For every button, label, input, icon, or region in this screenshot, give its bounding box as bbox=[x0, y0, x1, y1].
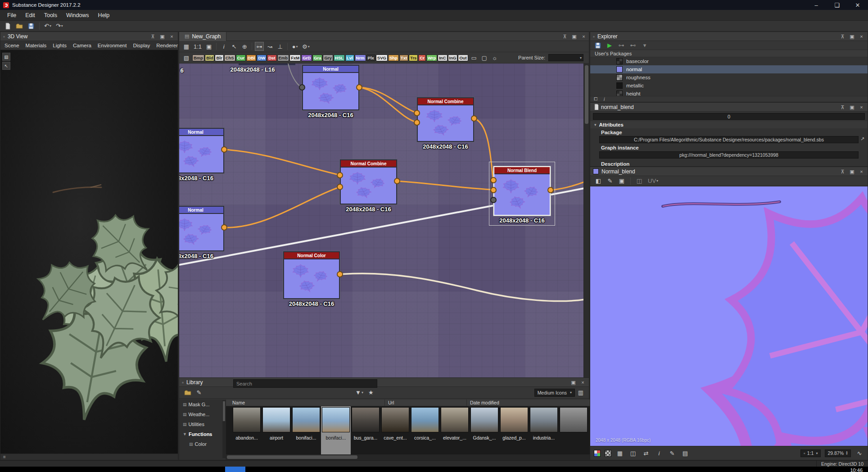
filter-icon[interactable]: ▼▾ bbox=[354, 388, 365, 397]
library-item[interactable]: Gdansk_... bbox=[470, 407, 498, 440]
menu-item[interactable]: File bbox=[3, 11, 21, 20]
library-category[interactable]: ▤Utilities bbox=[179, 419, 226, 429]
tiles-icon[interactable]: ◫ bbox=[628, 449, 637, 458]
play-icon[interactable]: ▶ bbox=[605, 41, 614, 50]
filter-tag-Dst[interactable]: Dst bbox=[267, 54, 276, 61]
3d-menu-item[interactable]: Materials bbox=[23, 42, 50, 49]
close-panel-icon[interactable]: × bbox=[580, 33, 587, 40]
user-packages-group[interactable]: User's Packages bbox=[590, 50, 868, 57]
frame-icon[interactable]: ▢ bbox=[480, 53, 489, 62]
view-mode-dropdown[interactable]: Medium Icons▾ bbox=[534, 389, 575, 397]
uv-dropdown[interactable]: UV▾ bbox=[646, 177, 660, 186]
vertical-links-icon[interactable]: ⊥ bbox=[276, 42, 285, 51]
package-output-roughness[interactable]: roughness bbox=[590, 73, 868, 82]
library-thumbnail[interactable] bbox=[352, 407, 380, 432]
save-package-icon[interactable] bbox=[593, 41, 602, 50]
filter-tag-Gry[interactable]: Gry bbox=[323, 54, 333, 61]
open-file-icon[interactable] bbox=[14, 22, 24, 31]
minimize-button[interactable]: – bbox=[806, 0, 827, 10]
library-item-name[interactable]: elevator_... bbox=[441, 435, 469, 440]
filter-tag-Cr[interactable]: Cr bbox=[418, 54, 426, 61]
graph-node[interactable]: Normal Combine bbox=[340, 159, 397, 204]
filter-tag-HSL[interactable]: HSL bbox=[334, 54, 345, 61]
filter-tag-DBl[interactable]: DBl bbox=[246, 54, 256, 61]
open-package-icon[interactable]: ↗ bbox=[860, 136, 864, 142]
library-thumbnail[interactable] bbox=[411, 407, 439, 432]
graph-instance-field[interactable]: pkg:///normal_blend?dependency=132105399… bbox=[599, 151, 859, 159]
channels-icon[interactable] bbox=[594, 450, 601, 457]
filter-tag-Gra[interactable]: Gra bbox=[312, 54, 322, 61]
library-category[interactable]: ▤Mask G... bbox=[179, 399, 226, 409]
library-category[interactable]: ▼Functions bbox=[179, 429, 226, 439]
package-path-field[interactable]: C:/Program Files/Allegorithmic/Substance… bbox=[599, 136, 859, 143]
tiling-icon[interactable]: ◫ bbox=[635, 177, 644, 186]
filter-tag-FxM[interactable]: FxM bbox=[289, 54, 301, 61]
3d-menu-item[interactable]: Display bbox=[130, 42, 153, 49]
3d-menu-item[interactable]: Camera bbox=[70, 42, 95, 49]
library-thumbnail[interactable] bbox=[560, 407, 588, 432]
library-item-name[interactable]: glazed_p... bbox=[500, 435, 528, 440]
scene-tree-icon[interactable]: ≡ bbox=[3, 454, 6, 459]
close-panel-icon[interactable]: × bbox=[579, 379, 586, 386]
library-thumbnail[interactable] bbox=[262, 407, 290, 432]
filter-tag-Trs[interactable]: Trs bbox=[409, 54, 418, 61]
attributes-section-header[interactable]: ▾ Attributes bbox=[590, 121, 868, 128]
graph-canvas[interactable]: Normal2048x2048 - C16Normal Combine2048x… bbox=[179, 64, 584, 378]
3d-menu-item[interactable]: Environment bbox=[95, 42, 130, 49]
library-item-name[interactable]: corsica_... bbox=[411, 435, 439, 440]
library-item-name[interactable]: bonifaci... bbox=[292, 435, 320, 440]
menu-item[interactable]: Windows bbox=[62, 11, 94, 20]
library-thumbnail[interactable] bbox=[500, 407, 528, 432]
library-item[interactable]: elevator_... bbox=[441, 407, 469, 440]
library-item-name[interactable]: cave_ent... bbox=[381, 435, 409, 440]
info-icon[interactable]: i bbox=[219, 42, 228, 51]
library-thumbnail[interactable] bbox=[233, 407, 261, 432]
engine-settings-icon[interactable]: ⚙▾ bbox=[301, 42, 311, 51]
graph-node[interactable]: Normal bbox=[179, 206, 224, 251]
category-scrollbar[interactable] bbox=[222, 400, 226, 458]
graph-node[interactable]: Normal Color bbox=[283, 251, 340, 299]
display-icon[interactable]: ▤ bbox=[681, 449, 690, 458]
library-item[interactable]: industria... bbox=[530, 407, 558, 440]
snap-grid-icon[interactable]: ▦ bbox=[182, 42, 191, 51]
graph-tab[interactable]: ▤ New_Graph bbox=[179, 32, 226, 41]
new-document-icon[interactable] bbox=[3, 22, 13, 31]
2d-texture-canvas[interactable]: 2048 x 2048 (RGBA 16bpc) bbox=[590, 186, 868, 446]
library-item[interactable]: glazed_p... bbox=[500, 407, 528, 440]
column-url[interactable]: Url bbox=[388, 400, 394, 405]
3d-menu-item[interactable]: Lights bbox=[50, 42, 70, 49]
graph-node[interactable]: Normal Blend bbox=[493, 166, 551, 216]
library-item[interactable]: cave_ent... bbox=[381, 407, 409, 440]
pin-icon[interactable]: ⊼ bbox=[839, 33, 846, 40]
library-item[interactable]: bus_gara... bbox=[352, 407, 380, 440]
library-item-name[interactable]: bus_gara... bbox=[352, 435, 380, 440]
filter-tag-Blr[interactable]: Blr bbox=[215, 54, 223, 61]
library-thumbnail[interactable] bbox=[530, 407, 558, 432]
filter-tag-Txt[interactable]: Txt bbox=[399, 54, 408, 61]
column-name[interactable]: Name bbox=[232, 400, 245, 405]
alpha-checker-icon[interactable] bbox=[605, 450, 611, 457]
favorites-star-icon[interactable]: ★ bbox=[366, 388, 375, 397]
library-item-name[interactable]: Gdansk_... bbox=[470, 435, 498, 440]
viewport-display-icon[interactable]: ▧ bbox=[2, 53, 10, 61]
filter-tag-ChS[interactable]: ChS bbox=[224, 54, 235, 61]
filter-tag-Out[interactable]: Out bbox=[458, 54, 468, 61]
menu-item[interactable]: Edit bbox=[21, 11, 40, 20]
library-category[interactable]: ▤Weathe... bbox=[179, 409, 226, 419]
filter-tag-Bld[interactable]: Bld bbox=[205, 54, 214, 61]
unlink-icon[interactable]: ⊷ bbox=[628, 41, 637, 50]
float-icon[interactable]: ▣ bbox=[849, 33, 855, 40]
library-thumbnail[interactable] bbox=[470, 407, 498, 432]
swap-icon[interactable]: ⇄ bbox=[642, 449, 651, 458]
package-output-basecolor[interactable]: basecolor bbox=[590, 57, 868, 65]
library-item[interactable]: bonifaci... bbox=[292, 407, 320, 440]
parent-size-dropdown[interactable]: ▾ bbox=[548, 54, 583, 61]
library-horizontal-scrollbar[interactable] bbox=[226, 454, 590, 460]
thumbnail-icon[interactable]: ▣ bbox=[204, 42, 213, 51]
menu-item[interactable]: Help bbox=[94, 11, 114, 20]
material-preview-icon[interactable]: ●▾ bbox=[290, 42, 299, 51]
filter-tag-InG[interactable]: InG bbox=[448, 54, 458, 61]
library-thumbnail[interactable] bbox=[441, 407, 469, 432]
filter-tag-Nrm[interactable]: Nrm bbox=[355, 54, 366, 61]
close-panel-icon[interactable]: × bbox=[858, 168, 865, 175]
